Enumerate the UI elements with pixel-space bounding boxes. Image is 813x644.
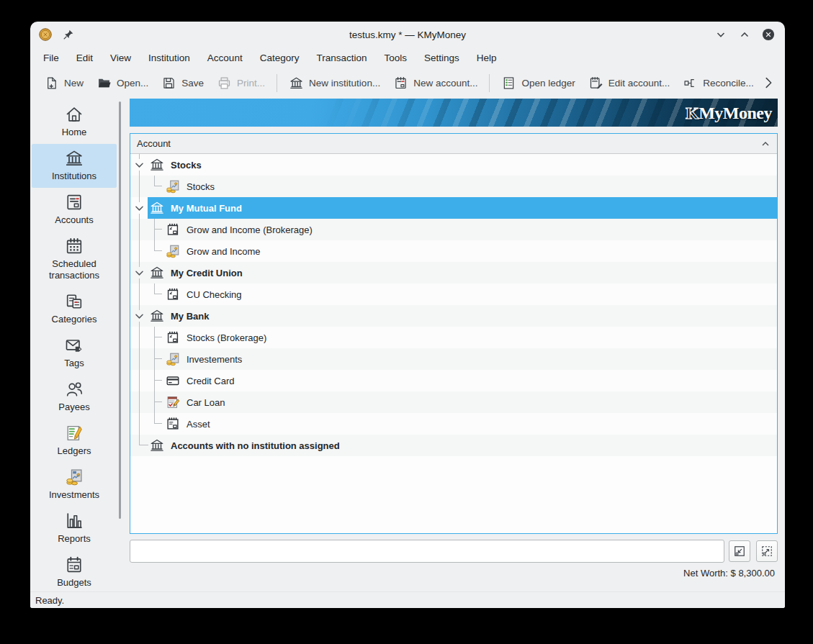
tree-row-body[interactable]: Stocks (Brokerage) xyxy=(163,327,777,348)
reconcile-button[interactable]: Reconcile... xyxy=(676,72,760,94)
menu-item-help[interactable]: Help xyxy=(468,50,506,66)
menu-item-settings[interactable]: Settings xyxy=(416,50,468,66)
menu-item-institution[interactable]: Institution xyxy=(140,50,199,66)
tree-row-grow-and-income-brokerage[interactable]: Grow and Income (Brokerage) xyxy=(130,219,777,240)
sidebar-item-reports[interactable]: Reports xyxy=(32,507,117,550)
sidebar-item-categories[interactable]: Categories xyxy=(32,287,117,331)
tree-row-accounts-with-no-institution-assigned[interactable]: Accounts with no institution assigned xyxy=(130,435,777,456)
sidebar-item-institutions[interactable]: Institutions xyxy=(32,144,117,188)
branch-collapse-arrow-icon[interactable] xyxy=(133,310,145,322)
toolbar-button-label: Save xyxy=(181,78,204,89)
bank-icon xyxy=(149,157,165,173)
menu-item-file[interactable]: File xyxy=(35,50,68,66)
tree-row-gutter xyxy=(130,413,163,435)
toolbar-button-label: New account... xyxy=(413,78,477,89)
tree-row-car-loan[interactable]: Car Loan xyxy=(130,391,777,413)
tree-row-body[interactable]: My Credit Union xyxy=(148,262,777,284)
sidebar-item-label: Accounts xyxy=(55,214,93,226)
tree-row-credit-card[interactable]: Credit Card xyxy=(130,370,777,391)
reports-icon xyxy=(63,511,85,531)
sidebar-item-tags[interactable]: Tags xyxy=(32,331,117,375)
minimize-button[interactable] xyxy=(714,28,727,41)
maximize-button[interactable] xyxy=(738,28,751,41)
tree-row-body[interactable]: Stocks xyxy=(148,154,777,176)
sidebar-item-label: Scheduled transactions xyxy=(33,258,115,281)
tree-row-body[interactable]: Grow and Income (Brokerage) xyxy=(163,219,777,240)
tree-row-body[interactable]: Credit Card xyxy=(163,370,777,391)
branch-collapse-arrow-icon[interactable] xyxy=(133,202,145,214)
categories-icon xyxy=(63,291,85,312)
tree-row-body[interactable]: Asset xyxy=(163,413,777,435)
branch-collapse-arrow-icon[interactable] xyxy=(133,267,145,278)
tree-row-body[interactable]: Investements xyxy=(163,348,777,370)
new-document-icon xyxy=(44,76,59,91)
open-button[interactable]: Open... xyxy=(90,72,155,94)
tree-row-cu-checking[interactable]: CU Checking xyxy=(130,284,777,305)
edit-account-icon xyxy=(588,76,603,91)
tree-row-investements[interactable]: Investements xyxy=(130,348,777,370)
tree-row-body[interactable]: My Mutual Fund xyxy=(148,197,777,219)
collapse-all-button[interactable] xyxy=(729,540,750,562)
tree-row-body[interactable]: Car Loan xyxy=(163,391,777,413)
payees-icon xyxy=(63,379,85,399)
tree-row-stocks[interactable]: Stocks xyxy=(130,176,777,197)
tree-row-grow-and-income[interactable]: Grow and Income xyxy=(130,240,777,262)
menu-item-transaction[interactable]: Transaction xyxy=(307,50,375,66)
menu-item-edit[interactable]: Edit xyxy=(68,50,102,66)
tree-row-stocks[interactable]: Stocks xyxy=(130,154,777,176)
branch-collapse-arrow-icon[interactable] xyxy=(133,159,145,171)
tree-row-stocks-brokerage[interactable]: Stocks (Brokerage) xyxy=(130,327,777,348)
calendar-icon xyxy=(63,236,85,256)
ledgers-icon xyxy=(63,423,85,443)
home-icon xyxy=(63,104,85,124)
tree-column-header[interactable]: Account xyxy=(130,134,777,154)
checking-account-icon xyxy=(165,222,181,237)
sidebar-item-ledgers[interactable]: Ledgers xyxy=(32,419,117,463)
toolbar-separator xyxy=(277,74,277,92)
menu-item-account[interactable]: Account xyxy=(199,50,251,66)
save-icon xyxy=(161,76,176,91)
tree-row-label: Investements xyxy=(187,354,242,365)
tree-row-label: CU Checking xyxy=(187,289,242,300)
tree-row-my-mutual-fund[interactable]: My Mutual Fund xyxy=(130,197,777,219)
sidebar-item-label: Institutions xyxy=(52,171,96,182)
tree-row-my-bank[interactable]: My Bank xyxy=(130,305,777,327)
tree-row-body[interactable]: CU Checking xyxy=(163,284,777,305)
toolbar-button-label: Reconcile... xyxy=(703,78,754,89)
expand-all-button[interactable] xyxy=(756,540,778,562)
edit-account-button[interactable]: Edit account... xyxy=(582,72,677,94)
menu-item-view[interactable]: View xyxy=(102,50,140,66)
sidebar-item-accounts[interactable]: Accounts xyxy=(32,188,117,232)
filter-input[interactable] xyxy=(130,540,724,563)
accounts-icon xyxy=(63,192,85,212)
pin-icon[interactable] xyxy=(62,28,75,41)
close-button[interactable] xyxy=(762,28,775,41)
sidebar-item-home[interactable]: Home xyxy=(32,100,117,144)
tree-row-body[interactable]: Stocks xyxy=(163,176,777,197)
menu-item-tools[interactable]: Tools xyxy=(375,50,416,66)
tree-row-asset[interactable]: Asset xyxy=(130,413,777,435)
tree-row-body[interactable]: My Bank xyxy=(148,305,777,327)
sidebar-item-label: Payees xyxy=(58,402,89,413)
tree-row-gutter xyxy=(130,348,163,370)
sidebar-item-investments[interactable]: Investments xyxy=(32,463,117,507)
sidebar-item-payees[interactable]: Payees xyxy=(32,375,117,419)
save-button[interactable]: Save xyxy=(155,72,210,94)
menu-item-category[interactable]: Category xyxy=(251,50,308,66)
window-title: testus.kmy * — KMyMoney xyxy=(30,30,785,40)
print-button[interactable]: Print... xyxy=(210,72,271,94)
open-ledger-button[interactable]: Open ledger xyxy=(495,72,581,94)
sidebar-item-scheduled-transactions[interactable]: Scheduled transactions xyxy=(32,232,117,287)
tree-row-label: Car Loan xyxy=(187,397,225,408)
tree-row-body[interactable]: Accounts with no institution assigned xyxy=(148,435,777,456)
tree-row-my-credit-union[interactable]: My Credit Union xyxy=(130,262,777,284)
tree-row-body[interactable]: Grow and Income xyxy=(163,240,777,262)
sidebar-scrollbar[interactable] xyxy=(119,101,121,519)
tree-row-label: My Credit Union xyxy=(171,268,243,278)
sidebar-item-budgets[interactable]: Budgets xyxy=(32,550,117,591)
new-institution-button[interactable]: New institution... xyxy=(282,72,387,94)
new-account-button[interactable]: New account... xyxy=(387,72,484,94)
toolbar-overflow-chevron-right-icon[interactable] xyxy=(760,75,776,91)
new-button[interactable]: New xyxy=(37,72,90,94)
bank-icon xyxy=(149,437,165,453)
